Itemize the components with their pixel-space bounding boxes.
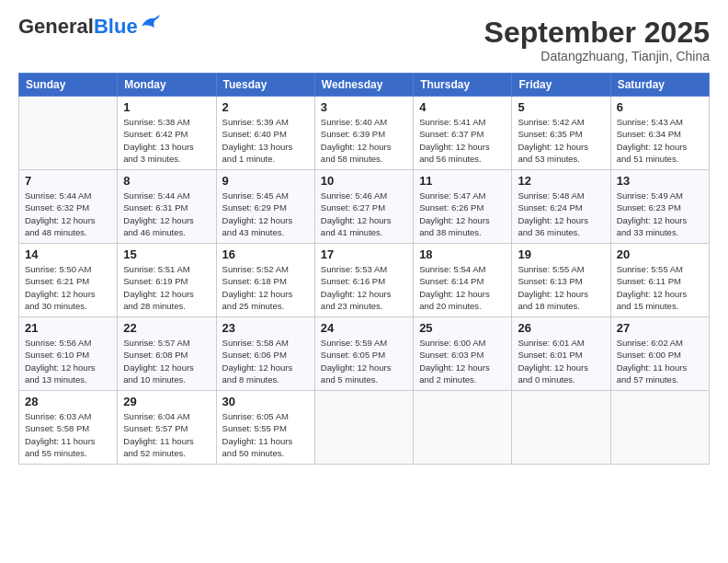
day-cell-5: 5Sunrise: 5:42 AMSunset: 6:35 PMDaylight… <box>512 97 610 170</box>
day-info: Sunrise: 5:51 AMSunset: 6:19 PMDaylight:… <box>123 263 210 312</box>
logo: GeneralBlue <box>18 17 160 37</box>
title-block: September 2025 Datangzhuang, Tianjin, Ch… <box>484 17 710 63</box>
day-cell-15: 15Sunrise: 5:51 AMSunset: 6:19 PMDayligh… <box>118 244 216 317</box>
day-number: 29 <box>123 395 210 408</box>
day-info: Sunrise: 6:05 AMSunset: 5:55 PMDaylight:… <box>222 410 309 459</box>
empty-cell <box>314 391 413 465</box>
day-number: 5 <box>518 100 604 114</box>
day-cell-1: 1Sunrise: 5:38 AMSunset: 6:42 PMDaylight… <box>118 97 216 170</box>
day-cell-9: 9Sunrise: 5:45 AMSunset: 6:29 PMDaylight… <box>216 170 314 244</box>
day-info: Sunrise: 5:50 AMSunset: 6:21 PMDaylight:… <box>25 263 111 312</box>
day-info: Sunrise: 5:42 AMSunset: 6:35 PMDaylight:… <box>518 116 604 165</box>
day-number: 8 <box>123 174 210 188</box>
day-number: 20 <box>617 247 703 261</box>
day-number: 10 <box>321 174 407 188</box>
day-cell-28: 28Sunrise: 6:03 AMSunset: 5:58 PMDayligh… <box>19 391 118 465</box>
day-cell-16: 16Sunrise: 5:52 AMSunset: 6:18 PMDayligh… <box>216 244 314 317</box>
calendar-table: SundayMondayTuesdayWednesdayThursdayFrid… <box>18 73 710 465</box>
day-info: Sunrise: 5:41 AMSunset: 6:37 PMDaylight:… <box>419 116 506 165</box>
day-cell-22: 22Sunrise: 5:57 AMSunset: 6:08 PMDayligh… <box>118 317 216 391</box>
day-cell-14: 14Sunrise: 5:50 AMSunset: 6:21 PMDayligh… <box>19 244 118 317</box>
day-cell-10: 10Sunrise: 5:46 AMSunset: 6:27 PMDayligh… <box>314 170 413 244</box>
day-cell-24: 24Sunrise: 5:59 AMSunset: 6:05 PMDayligh… <box>314 317 413 391</box>
day-cell-21: 21Sunrise: 5:56 AMSunset: 6:10 PMDayligh… <box>19 317 118 391</box>
week-row-2: 7Sunrise: 5:44 AMSunset: 6:32 PMDaylight… <box>19 170 710 244</box>
day-info: Sunrise: 5:39 AMSunset: 6:40 PMDaylight:… <box>222 116 309 165</box>
weekday-header-row: SundayMondayTuesdayWednesdayThursdayFrid… <box>19 74 710 97</box>
day-number: 19 <box>518 247 604 261</box>
page: GeneralBlue September 2025 Datangzhuang,… <box>0 0 728 563</box>
day-number: 2 <box>222 100 309 114</box>
day-number: 16 <box>222 247 309 261</box>
day-number: 28 <box>25 395 111 408</box>
weekday-header-wednesday: Wednesday <box>314 74 413 97</box>
day-info: Sunrise: 5:44 AMSunset: 6:32 PMDaylight:… <box>25 190 111 238</box>
day-number: 6 <box>617 100 703 114</box>
day-info: Sunrise: 5:56 AMSunset: 6:10 PMDaylight:… <box>25 337 111 385</box>
empty-cell <box>610 391 709 465</box>
day-cell-11: 11Sunrise: 5:47 AMSunset: 6:26 PMDayligh… <box>414 170 512 244</box>
weekday-header-monday: Monday <box>118 74 216 97</box>
day-number: 17 <box>321 247 407 261</box>
day-cell-2: 2Sunrise: 5:39 AMSunset: 6:40 PMDaylight… <box>216 97 314 170</box>
day-info: Sunrise: 5:58 AMSunset: 6:06 PMDaylight:… <box>222 337 309 385</box>
day-number: 30 <box>222 395 309 408</box>
day-number: 27 <box>617 321 703 335</box>
day-number: 15 <box>123 247 210 261</box>
month-title: September 2025 <box>484 17 710 49</box>
day-cell-8: 8Sunrise: 5:44 AMSunset: 6:31 PMDaylight… <box>118 170 216 244</box>
day-info: Sunrise: 6:02 AMSunset: 6:00 PMDaylight:… <box>617 337 703 385</box>
logo-blue: Blue <box>94 15 138 38</box>
weekday-header-thursday: Thursday <box>414 74 512 97</box>
day-number: 12 <box>518 174 604 188</box>
day-cell-17: 17Sunrise: 5:53 AMSunset: 6:16 PMDayligh… <box>314 244 413 317</box>
day-info: Sunrise: 5:57 AMSunset: 6:08 PMDaylight:… <box>123 337 210 385</box>
day-info: Sunrise: 6:00 AMSunset: 6:03 PMDaylight:… <box>419 337 506 385</box>
weekday-header-tuesday: Tuesday <box>216 74 314 97</box>
day-cell-3: 3Sunrise: 5:40 AMSunset: 6:39 PMDaylight… <box>314 97 413 170</box>
day-info: Sunrise: 6:01 AMSunset: 6:01 PMDaylight:… <box>518 337 604 385</box>
logo-general: General <box>18 15 94 38</box>
day-cell-27: 27Sunrise: 6:02 AMSunset: 6:00 PMDayligh… <box>610 317 709 391</box>
week-row-1: 1Sunrise: 5:38 AMSunset: 6:42 PMDaylight… <box>19 97 710 170</box>
day-info: Sunrise: 5:55 AMSunset: 6:13 PMDaylight:… <box>518 263 604 312</box>
day-number: 22 <box>123 321 210 335</box>
day-info: Sunrise: 5:55 AMSunset: 6:11 PMDaylight:… <box>617 263 703 312</box>
week-row-4: 21Sunrise: 5:56 AMSunset: 6:10 PMDayligh… <box>19 317 710 391</box>
header: GeneralBlue September 2025 Datangzhuang,… <box>18 17 710 63</box>
day-number: 13 <box>617 174 703 188</box>
day-cell-7: 7Sunrise: 5:44 AMSunset: 6:32 PMDaylight… <box>19 170 118 244</box>
day-number: 23 <box>222 321 309 335</box>
day-cell-12: 12Sunrise: 5:48 AMSunset: 6:24 PMDayligh… <box>512 170 610 244</box>
day-cell-18: 18Sunrise: 5:54 AMSunset: 6:14 PMDayligh… <box>414 244 512 317</box>
week-row-5: 28Sunrise: 6:03 AMSunset: 5:58 PMDayligh… <box>19 391 710 465</box>
location-subtitle: Datangzhuang, Tianjin, China <box>484 49 710 63</box>
day-info: Sunrise: 5:52 AMSunset: 6:18 PMDaylight:… <box>222 263 309 312</box>
day-info: Sunrise: 5:38 AMSunset: 6:42 PMDaylight:… <box>123 116 210 165</box>
day-number: 18 <box>419 247 506 261</box>
day-number: 3 <box>321 100 407 114</box>
day-number: 7 <box>25 174 111 188</box>
day-info: Sunrise: 5:59 AMSunset: 6:05 PMDaylight:… <box>321 337 407 385</box>
day-info: Sunrise: 6:03 AMSunset: 5:58 PMDaylight:… <box>25 410 111 459</box>
day-cell-23: 23Sunrise: 5:58 AMSunset: 6:06 PMDayligh… <box>216 317 314 391</box>
logo-bird-icon <box>140 15 160 31</box>
day-info: Sunrise: 5:47 AMSunset: 6:26 PMDaylight:… <box>419 190 506 238</box>
day-number: 21 <box>25 321 111 335</box>
week-row-3: 14Sunrise: 5:50 AMSunset: 6:21 PMDayligh… <box>19 244 710 317</box>
day-number: 9 <box>222 174 309 188</box>
day-cell-13: 13Sunrise: 5:49 AMSunset: 6:23 PMDayligh… <box>610 170 709 244</box>
day-info: Sunrise: 5:43 AMSunset: 6:34 PMDaylight:… <box>617 116 703 165</box>
weekday-header-saturday: Saturday <box>610 74 709 97</box>
day-cell-6: 6Sunrise: 5:43 AMSunset: 6:34 PMDaylight… <box>610 97 709 170</box>
day-cell-25: 25Sunrise: 6:00 AMSunset: 6:03 PMDayligh… <box>414 317 512 391</box>
day-info: Sunrise: 5:45 AMSunset: 6:29 PMDaylight:… <box>222 190 309 238</box>
day-number: 11 <box>419 174 506 188</box>
day-number: 26 <box>518 321 604 335</box>
day-number: 4 <box>419 100 506 114</box>
weekday-header-friday: Friday <box>512 74 610 97</box>
empty-cell <box>512 391 610 465</box>
day-number: 24 <box>321 321 407 335</box>
day-info: Sunrise: 5:54 AMSunset: 6:14 PMDaylight:… <box>419 263 506 312</box>
day-cell-26: 26Sunrise: 6:01 AMSunset: 6:01 PMDayligh… <box>512 317 610 391</box>
